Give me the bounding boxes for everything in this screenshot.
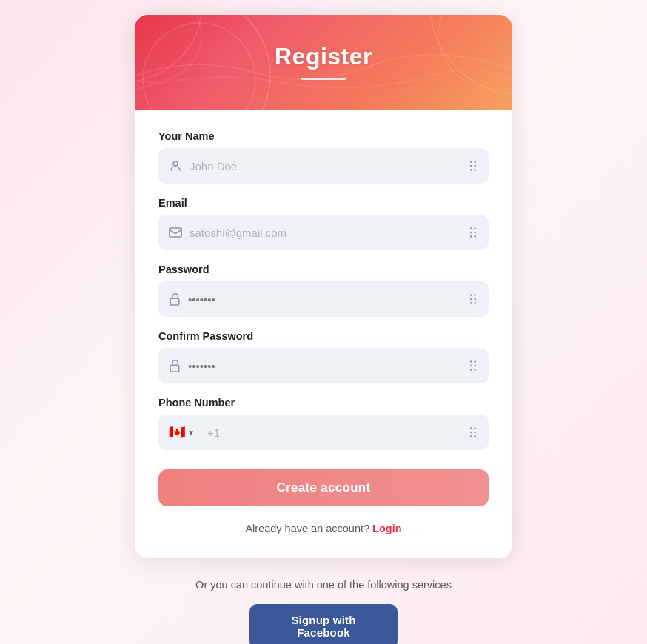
name-input[interactable] xyxy=(190,160,462,172)
login-prompt: Already have an account? Login xyxy=(158,523,489,534)
svg-point-29 xyxy=(474,365,476,367)
login-link[interactable]: Login xyxy=(372,523,401,534)
phone-input-wrapper: 🇨🇦 ▼ xyxy=(158,415,489,450)
lock-icon xyxy=(169,292,181,306)
svg-point-16 xyxy=(470,235,472,238)
svg-point-20 xyxy=(474,294,476,296)
svg-point-28 xyxy=(470,365,472,367)
social-section: Or you can continue with one of the foll… xyxy=(135,579,512,644)
confirm-drag-icon xyxy=(468,359,478,372)
svg-point-12 xyxy=(470,227,472,229)
svg-point-23 xyxy=(470,302,472,304)
name-group: Your Name xyxy=(158,130,489,184)
email-icon xyxy=(169,227,182,238)
svg-point-14 xyxy=(470,232,472,234)
social-prompt: Or you can continue with one of the foll… xyxy=(135,579,512,591)
svg-point-5 xyxy=(470,161,472,163)
email-input-wrapper xyxy=(158,215,489,250)
svg-rect-11 xyxy=(170,228,182,237)
confirm-lock-icon xyxy=(169,359,181,372)
svg-point-36 xyxy=(470,435,472,437)
svg-point-24 xyxy=(474,302,476,304)
country-flag-selector[interactable]: 🇨🇦 ▼ xyxy=(169,424,195,440)
name-drag-icon xyxy=(468,159,478,172)
svg-point-8 xyxy=(474,165,476,167)
svg-point-4 xyxy=(173,161,178,166)
create-account-button[interactable]: Create account xyxy=(158,469,489,506)
card-header: Register xyxy=(135,15,512,110)
svg-point-22 xyxy=(474,298,476,301)
svg-point-26 xyxy=(470,360,472,363)
flag-emoji: 🇨🇦 xyxy=(169,424,185,440)
svg-point-35 xyxy=(474,432,476,434)
svg-point-15 xyxy=(474,232,476,234)
phone-input[interactable] xyxy=(207,426,462,439)
svg-point-33 xyxy=(474,427,476,429)
phone-drag-icon xyxy=(468,426,478,439)
password-input-wrapper xyxy=(158,281,489,317)
svg-point-7 xyxy=(470,165,472,167)
title-underline xyxy=(301,78,346,80)
svg-point-13 xyxy=(474,227,476,229)
name-input-wrapper xyxy=(158,148,489,184)
card-body: Your Name xyxy=(135,110,512,558)
confirm-password-input[interactable] xyxy=(188,360,462,372)
svg-rect-25 xyxy=(170,365,179,372)
svg-point-27 xyxy=(474,360,476,363)
email-label: Email xyxy=(158,197,489,209)
confirm-password-label: Confirm Password xyxy=(158,330,489,342)
login-prompt-text: Already have an account? xyxy=(245,523,369,534)
password-drag-icon xyxy=(468,292,478,306)
svg-point-6 xyxy=(474,161,476,163)
svg-point-17 xyxy=(474,235,476,238)
password-group: Password xyxy=(158,264,489,317)
svg-point-37 xyxy=(474,435,476,437)
register-card: Register Your Name xyxy=(135,15,512,558)
confirm-password-input-wrapper xyxy=(158,348,489,383)
email-drag-icon xyxy=(468,226,478,239)
password-label: Password xyxy=(158,264,489,275)
name-label: Your Name xyxy=(158,130,489,142)
svg-point-19 xyxy=(470,294,472,296)
svg-point-9 xyxy=(470,169,472,171)
page-title: Register xyxy=(157,43,490,70)
phone-label: Phone Number xyxy=(158,397,489,409)
person-icon xyxy=(169,159,182,172)
svg-point-30 xyxy=(470,369,472,371)
flag-caret-icon: ▼ xyxy=(187,429,195,437)
svg-point-10 xyxy=(474,169,476,171)
svg-rect-18 xyxy=(170,298,179,305)
svg-point-31 xyxy=(474,369,476,371)
svg-point-21 xyxy=(470,298,472,301)
svg-point-34 xyxy=(470,432,472,434)
confirm-password-group: Confirm Password xyxy=(158,330,489,383)
email-group: Email xyxy=(158,197,489,250)
email-input[interactable] xyxy=(190,227,462,239)
phone-divider xyxy=(201,425,201,440)
facebook-signup-button[interactable]: Signup with Facebook xyxy=(249,604,398,644)
phone-group: Phone Number 🇨🇦 ▼ xyxy=(158,397,489,450)
svg-point-32 xyxy=(470,427,472,429)
password-input[interactable] xyxy=(188,293,462,306)
